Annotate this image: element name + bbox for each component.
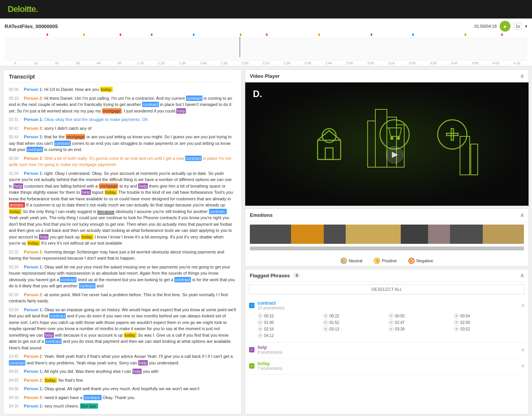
audio-filename: RATestFiles_00000005 (5, 23, 58, 29)
menu-icon[interactable]: ▾ (525, 24, 527, 29)
transcript-title: Transcript (9, 74, 236, 82)
positive-emotion: 🙂 Positive (374, 258, 397, 264)
emotions-panel: Emotions ∧ (245, 208, 529, 267)
transcript-panel[interactable]: Transcript 00:06 Person 1: Hi U3 to Dani… (3, 69, 242, 414)
emotion-wave-bar (250, 225, 524, 244)
clock-icon: ⏱ (258, 326, 263, 332)
transcript-text: very much cheers. Bye bye. (44, 403, 98, 409)
flagged-list[interactable]: contract 13 ocurrence(s) ∧ ⏱00:15 ⏱00:22… (245, 298, 529, 414)
emotions-collapse-icon[interactable]: ∧ (520, 212, 524, 218)
phrase-expand-contract[interactable]: ∧ (521, 303, 525, 308)
emotions-waveform (245, 221, 529, 255)
speaker-label: Person 1: (24, 307, 43, 312)
clock-icon: ⏱ (323, 326, 328, 332)
phrase-occurrences-help: 8 ocurrence(s) (258, 350, 282, 354)
ts-chip[interactable]: ⏱01:52 (323, 320, 385, 325)
ts-chip[interactable]: ⏱00:22 (323, 313, 385, 319)
video-panel-header: Video Player ∧ (245, 70, 529, 82)
transcript-line: 00:44 Person 1: that for the mortgage or… (9, 134, 236, 153)
phrase-expand-today[interactable]: ∨ (521, 363, 525, 369)
audio-controls: 01:50/04:18 1x ▾ (474, 21, 527, 32)
play-button[interactable] (500, 21, 510, 32)
transcript-text: Okay okay fine and the struggle to make … (44, 117, 147, 122)
clock-icon: ⏱ (323, 313, 328, 319)
ts-chip[interactable]: ⏱02:54 (258, 326, 320, 332)
right-panels: Video Player ∧ D. (245, 69, 529, 414)
speed-badge[interactable]: 1x (514, 23, 522, 30)
ts-chip[interactable]: ⏱00:15 (258, 313, 320, 319)
transcript-text: today. No that's fine. (44, 377, 84, 383)
svg-point-8 (380, 120, 409, 149)
main-layout: Transcript 00:06 Person 1: Hi U3 to Dani… (0, 66, 532, 416)
logo-text: Deloitte (8, 4, 36, 14)
phrase-expand-help[interactable]: ∨ (521, 347, 525, 352)
svg-rect-3 (325, 148, 333, 159)
transcript-text: Okay so an impasse going on on history. … (9, 307, 236, 350)
speaker-label: Person 1: (24, 87, 43, 92)
deselect-all-container: DESELECT ALL (245, 282, 529, 298)
waveform[interactable]: // Generate waveform bars via inline scr… (5, 37, 527, 60)
clock-icon: ⏱ (454, 320, 459, 325)
transcript-text: Okay well let me put your mind the asked… (9, 265, 235, 289)
transcript-line: 00:42 Person 2: sorry I didn't catch any… (9, 125, 236, 132)
svg-rect-15 (451, 129, 453, 140)
transcript-line: 04:01 Person 1: All right you did. Was t… (9, 368, 236, 375)
clock-icon: ⏱ (258, 313, 263, 319)
deselect-all-button[interactable]: DESELECT ALL (249, 284, 525, 294)
clock-icon: ⏱ (258, 320, 263, 325)
speaker-label: Person 2: (24, 96, 43, 101)
ts-chip[interactable]: ⏱03:39 (388, 326, 451, 332)
transcript-line: 02:25 Person 2: humming design Schlesing… (9, 249, 236, 262)
phrase-checkbox-contract[interactable] (249, 303, 254, 308)
neutral-label: Neutral (349, 258, 362, 263)
transcript-text: Okay great. All right well thank you ver… (44, 386, 199, 391)
phrase-header: help 8 ocurrence(s) ∨ (249, 345, 525, 354)
phrase-checkbox-today[interactable] (249, 363, 254, 369)
phrase-name-contract: contract (258, 300, 284, 306)
ts-chip[interactable]: ⏱00:54 (454, 313, 516, 319)
svg-point-10 (397, 137, 400, 139)
positive-label: Positive (382, 258, 397, 263)
clock-icon: ⏱ (454, 326, 459, 332)
ts-chip[interactable]: ⏱04:12 (258, 333, 320, 338)
emotion-legend: 😐 Neutral 🙂 Positive 😟 Negative (245, 255, 529, 266)
svg-point-9 (391, 137, 393, 139)
speaker-label: Person 1: (24, 171, 43, 176)
phrase-item-today: today 7 ocurrence(s) ∨ (249, 359, 525, 375)
svg-rect-19 (250, 247, 524, 250)
speaker-label: Person 2: (24, 292, 43, 297)
ts-chip[interactable]: ⏱02:50 (454, 320, 516, 325)
ts-chip[interactable]: ⏱03:52 (454, 326, 516, 332)
svg-rect-4 (375, 109, 387, 167)
flagged-title: Flagged Phrases (250, 273, 290, 278)
video-letter: D. (253, 89, 262, 99)
clock-icon: ⏱ (258, 333, 263, 338)
ts-chip[interactable]: ⏱02:47 (388, 320, 451, 325)
ts-chip[interactable]: ⏱01:00 (258, 320, 320, 325)
phrase-occurrences-today: 7 ocurrence(s) (258, 366, 282, 371)
phrase-name-help: help (258, 345, 282, 350)
phrase-name-today: today (258, 361, 282, 366)
speaker-label: Person 1: (24, 369, 43, 374)
transcript-line: 00:10 Person 2: Hi there Daniel. Um I'm … (9, 95, 236, 114)
clock-icon: ⏱ (388, 326, 394, 332)
collapse-icon[interactable]: ∧ (520, 73, 524, 79)
svg-rect-18 (471, 144, 478, 175)
timeline: 0 10 20 30 40 50 1:10 1:20 1:30 1:40 1:5… (5, 60, 527, 66)
negative-icon: 😟 (408, 258, 415, 264)
svg-rect-5 (368, 121, 375, 167)
flagged-phrases-panel: Flagged Phrases 9 ∧ DESELECT ALL contrac… (245, 269, 529, 414)
video-content: D. (245, 82, 529, 206)
phrase-checkbox-help[interactable] (249, 347, 254, 352)
speaker-label: Person 2: (24, 354, 43, 359)
transcript-text: All right you did. Was there anything el… (44, 369, 159, 374)
ts-chip[interactable]: ⏱03:13 (323, 326, 385, 332)
speaker-label: Person 1: (24, 386, 43, 391)
flagged-collapse-icon[interactable]: ∧ (520, 272, 524, 278)
neutral-emotion: 😐 Neutral (341, 258, 362, 264)
clock-icon: ⏱ (388, 313, 394, 319)
svg-point-14 (438, 120, 467, 149)
speaker-label: Person 1: (24, 134, 43, 139)
transcript-line: 03:45 Person 2: Yeah. Well yeah that's i… (9, 353, 236, 366)
ts-chip[interactable]: ⏱00:50 (388, 313, 451, 319)
